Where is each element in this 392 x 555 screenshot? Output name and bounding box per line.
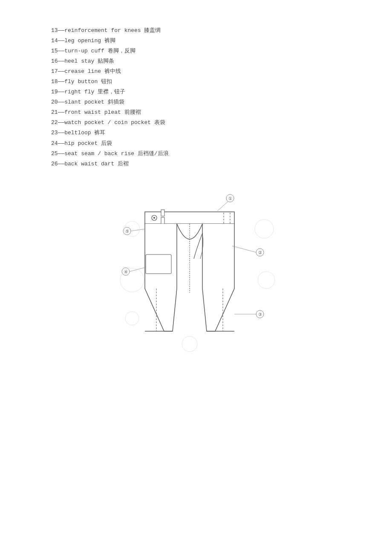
term-item: 15——turn-up cuff 卷脚，反脚 (51, 46, 341, 56)
terminology-list: 13——reinforcement for knees 膝盖绸14——leg o… (51, 26, 341, 169)
pants-diagram-svg: ① ② ③ ④ ⑤ (98, 186, 294, 357)
term-item: 21——front waist pleat 前腰褶 (51, 107, 341, 118)
main-content: 13——reinforcement for knees 膝盖绸14——leg o… (0, 26, 392, 357)
pants-diagram-wrapper: ① ② ③ ④ ⑤ (98, 186, 294, 357)
svg-rect-3 (161, 210, 164, 216)
svg-text:①: ① (228, 196, 232, 201)
term-item: 20——slant pocket 斜插袋 (51, 97, 341, 107)
term-item: 13——reinforcement for knees 膝盖绸 (51, 26, 341, 36)
svg-point-28 (120, 268, 144, 292)
diagram-area: ① ② ③ ④ ⑤ (51, 186, 341, 357)
svg-point-32 (182, 336, 197, 352)
svg-point-30 (258, 272, 275, 289)
term-item: 18——fly button 钮扣 (51, 77, 341, 87)
svg-line-15 (217, 202, 228, 211)
svg-line-27 (131, 229, 145, 231)
term-item: 14——leg opening 裤脚 (51, 36, 341, 46)
term-item: 26——back waist dart 后褶 (51, 159, 341, 169)
term-item: 19——right fly 里襟，钮子 (51, 87, 341, 97)
term-item: 25——seat seam / back rise 后裆缝/后浪 (51, 149, 341, 159)
term-item: 17——crease line 裤中线 (51, 66, 341, 77)
svg-text:③: ③ (258, 312, 262, 317)
svg-text:②: ② (258, 250, 262, 255)
svg-point-33 (125, 312, 139, 325)
svg-line-18 (232, 246, 256, 252)
term-item: 23——beltloop 裤耳 (51, 128, 341, 138)
term-item: 16——heel stay 贴脚条 (51, 56, 341, 66)
term-item: 24——hip pocket 后袋 (51, 139, 341, 149)
term-item: 22——watch pocket / coin pocket 表袋 (51, 118, 341, 128)
svg-point-29 (255, 220, 274, 238)
svg-point-2 (153, 217, 155, 219)
svg-rect-0 (145, 212, 234, 224)
svg-rect-9 (146, 254, 171, 274)
svg-rect-4 (161, 217, 164, 224)
